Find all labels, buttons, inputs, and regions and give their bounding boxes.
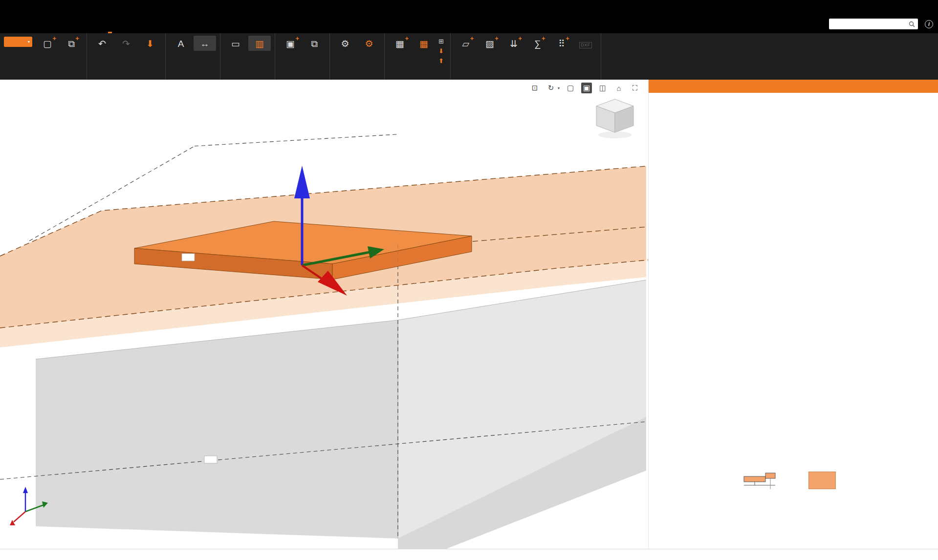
window-title <box>0 0 938 15</box>
3d-viewport[interactable]: ⊡↻▾▢▣◫⌂⛶ <box>0 80 648 549</box>
solid-view-icon[interactable]: ▣ <box>581 83 592 93</box>
props-body <box>649 93 938 99</box>
edges-names-icon: A <box>178 36 184 49</box>
dxf-import-icon: DXF <box>579 36 592 49</box>
transparent-view-icon[interactable]: ◫ <box>597 83 608 93</box>
ribbon-group-pictures: ▣+⧉ <box>275 33 330 80</box>
z-axis-arrow <box>294 166 310 198</box>
search-box[interactable] <box>829 19 918 29</box>
ribbon-button-calculate[interactable]: ⚙ <box>358 36 380 51</box>
viewport-toolbar: ⊡↻▾▢▣◫⌂⛶ <box>529 83 640 93</box>
ribbon-button-dxf-import: DXF <box>574 36 597 51</box>
ribbon-button-edges-names[interactable]: A <box>170 36 192 51</box>
search-input[interactable] <box>832 21 909 27</box>
rotate-view-icon[interactable]: ↻ <box>545 83 556 93</box>
ribbon-group-data: ↶↷⬇ <box>87 33 166 80</box>
ribbon-button-save[interactable]: ⬇ <box>139 36 161 51</box>
ribbon-button-operation[interactable]: ▨+ <box>479 36 501 51</box>
ribbon-button-redo: ↷ <box>115 36 137 51</box>
template-open-icon: ⬆ <box>438 58 444 64</box>
section-plane-icon[interactable]: ⊡ <box>529 83 540 93</box>
ribbon-button-rebar-assembly[interactable]: ⠿+ <box>550 36 573 51</box>
ribbon-button-new[interactable]: ▣+ <box>279 36 302 51</box>
ribbon-group-calculation: ⚙⚙ <box>330 33 385 80</box>
ribbon-button-rebars[interactable]: ▭ <box>224 36 247 51</box>
copy-project-icon: ⧉+ <box>68 36 75 49</box>
ribbon-group-labels: A↔ <box>166 33 220 80</box>
rebar-assembly-icon: ⠿+ <box>558 36 565 49</box>
ribbon-button-open[interactable]: ⬆ <box>438 57 446 65</box>
template-create-icon: ▦+ <box>395 36 404 49</box>
zoom-fit-icon[interactable]: ⛶ <box>630 83 640 93</box>
load-case-icon: ⇊+ <box>510 36 518 49</box>
settings-icon: ⚙ <box>341 36 349 49</box>
undo-icon: ↶ <box>98 36 106 49</box>
ribbon-button-copy[interactable]: ⧉+ <box>60 36 83 51</box>
restore-button[interactable] <box>895 0 916 15</box>
menubar-right: i <box>829 19 933 29</box>
gallery-icon: ⧉ <box>311 36 318 49</box>
status-bar <box>0 549 938 560</box>
picture-new-icon: ▣+ <box>286 36 295 49</box>
chevron-down-icon[interactable]: ▾ <box>558 86 560 90</box>
properties-diagrams <box>742 471 836 490</box>
ribbon-group-draw: ▭▥ <box>220 33 275 80</box>
operation-icon: ▨+ <box>485 36 494 49</box>
ribbon-button-manager[interactable]: ⊞ <box>438 37 446 45</box>
redo-icon: ↷ <box>122 36 130 49</box>
info-icon[interactable]: i <box>925 20 933 28</box>
ribbon-button-gallery[interactable]: ⧉ <box>303 36 326 51</box>
window-controls <box>873 0 938 15</box>
concrete-block[interactable] <box>0 166 646 549</box>
model-entity-icon: ▱+ <box>462 36 470 49</box>
dimension-lines-icon: ↔ <box>200 36 210 49</box>
ribbon-button-model-entity[interactable]: ▱+ <box>455 36 477 51</box>
ribbon-group-project-items: ▢+⧉+ <box>0 33 87 80</box>
ribbon-button-load-case[interactable]: ⇊+ <box>502 36 525 51</box>
ribbon-button-create[interactable]: ▦+ <box>389 36 411 51</box>
3d-scene[interactable] <box>0 80 648 549</box>
template-save-icon: ⬇ <box>438 48 444 54</box>
menu-items <box>91 15 166 33</box>
close-button[interactable] <box>916 0 938 15</box>
ribbon-button-grid[interactable]: ▥ <box>248 36 271 51</box>
properties-header <box>649 80 938 93</box>
template-apply-icon: ▦ <box>419 36 428 49</box>
ribbon-button-save[interactable]: ⬇ <box>438 47 446 55</box>
menu-bar: i <box>0 15 938 33</box>
standoff-diagram-icon <box>742 471 779 490</box>
combination-icon: ∑+ <box>534 36 541 49</box>
minimize-button[interactable] <box>873 0 895 15</box>
save-icon: ⬇ <box>146 36 154 49</box>
ribbon: ▾ ▢+⧉+↶↷⬇A↔▭▥▣+⧉⚙⚙▦+▦⊞⬇⬆▱+▨+⇊+∑+⠿+DXF <box>0 33 938 80</box>
ribbon-group-new: ▱+▨+⇊+∑+⠿+DXF <box>451 33 601 80</box>
ribbon-button-settings[interactable]: ⚙ <box>334 36 356 51</box>
hover-status-tooltip <box>2 544 8 546</box>
ribbon-button-dimension-lines[interactable]: ↔ <box>194 36 216 51</box>
navigation-cube[interactable] <box>596 99 633 138</box>
ribbon-groups: ▢+⧉+↶↷⬇A↔▭▥▣+⧉⚙⚙▦+▦⊞⬇⬆▱+▨+⇊+∑+⠿+DXF <box>0 33 938 80</box>
new-project-icon: ▢+ <box>43 36 52 49</box>
search-icon <box>909 21 915 27</box>
ribbon-button-new[interactable]: ▢+ <box>36 36 59 51</box>
rebars-icon: ▭ <box>231 36 240 49</box>
home-view-icon[interactable]: ⌂ <box>613 83 624 93</box>
plate-preview <box>808 472 836 489</box>
ribbon-button-combination[interactable]: ∑+ <box>526 36 549 51</box>
manager-icon: ⊞ <box>438 38 444 44</box>
calculate-icon: ⚙ <box>365 36 373 49</box>
ribbon-button-undo[interactable]: ↶ <box>91 36 113 51</box>
title-bar <box>0 0 938 15</box>
ribbon-group-templates: ▦+▦⊞⬇⬆ <box>385 33 451 80</box>
wire-view-icon[interactable]: ▢ <box>565 83 576 93</box>
ribbon-button-apply[interactable]: ▦ <box>413 36 435 51</box>
grid-icon: ▥ <box>255 36 264 49</box>
